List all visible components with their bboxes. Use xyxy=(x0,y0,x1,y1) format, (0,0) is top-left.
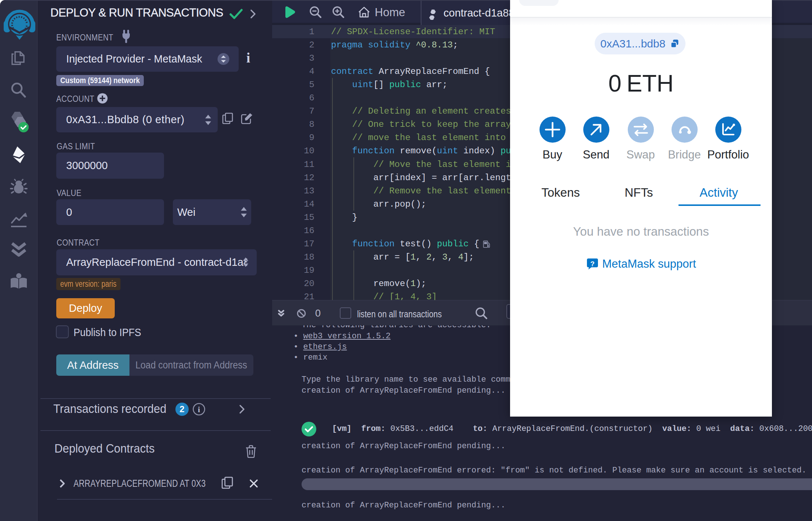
svg-text:i: i xyxy=(198,405,200,414)
svg-text:?: ? xyxy=(590,260,595,268)
